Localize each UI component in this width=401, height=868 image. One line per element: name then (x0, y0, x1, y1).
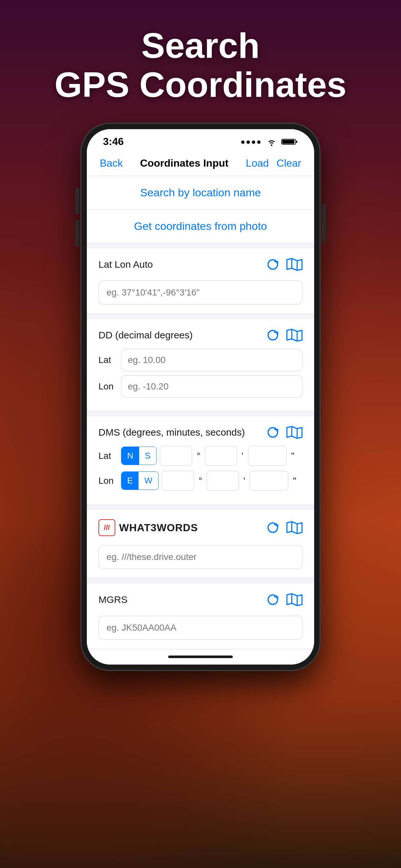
dd-section: DD (decimal degrees) La (87, 319, 314, 411)
status-bar: 3:46 ●●●● (87, 129, 314, 151)
phone-screen: 3:46 ●●●● Back Coordinates Input (87, 129, 314, 664)
dms-lon-second-symbol: " (291, 476, 297, 486)
dms-lon-row: Lon E W ° ' " (98, 471, 303, 491)
back-button[interactable]: Back (100, 157, 123, 169)
dms-lat-toggle[interactable]: N S (121, 446, 157, 465)
dms-lon-degree-symbol: ° (197, 476, 204, 486)
load-button[interactable]: Load (246, 157, 269, 169)
lat-lon-auto-label: Lat Lon Auto (98, 259, 153, 270)
dms-lat-north-button[interactable]: N (121, 447, 139, 465)
dd-label: DD (decimal degrees) (98, 330, 193, 341)
home-bar (168, 655, 233, 658)
w3w-brand-text: WHAT3WORDS (119, 522, 198, 534)
dd-refresh-icon[interactable] (266, 328, 280, 342)
dms-lat-minute-input[interactable] (205, 446, 237, 466)
dd-lat-row: Lat (98, 349, 303, 371)
lat-lon-auto-header: Lat Lon Auto (98, 257, 303, 272)
lat-lon-auto-section: Lat Lon Auto (87, 248, 314, 314)
w3w-icons (266, 521, 303, 535)
dms-map-icon[interactable] (286, 425, 303, 439)
search-by-location-button[interactable]: Search by location name (87, 176, 314, 210)
mgrs-label: MGRS (98, 594, 127, 605)
dd-lat-label: Lat (98, 355, 121, 365)
dms-lat-second-symbol: " (290, 451, 296, 461)
separator-1 (87, 243, 314, 248)
mgrs-input[interactable] (98, 616, 303, 640)
dd-lat-input[interactable] (121, 349, 303, 371)
mgrs-section: MGRS (87, 584, 314, 649)
dms-lat-minute-symbol: ' (240, 451, 244, 461)
mgrs-map-icon[interactable] (286, 593, 303, 607)
dd-lon-label: Lon (98, 381, 121, 392)
dms-lat-second-input[interactable] (248, 446, 287, 466)
home-indicator (87, 649, 314, 664)
dms-lon-label: Lon (98, 476, 118, 486)
lat-lon-auto-icons (266, 257, 303, 272)
svg-marker-12 (287, 522, 302, 534)
dms-lon-second-input[interactable] (250, 471, 288, 491)
separator-3 (87, 411, 314, 416)
w3w-section: /// WHAT3WORDS (87, 510, 314, 578)
w3w-header: /// WHAT3WORDS (98, 519, 303, 536)
dd-lon-row: Lon (98, 375, 303, 398)
dms-refresh-icon[interactable] (266, 425, 280, 439)
separator-4 (87, 505, 314, 510)
w3w-input[interactable] (98, 545, 303, 569)
dms-lat-south-button[interactable]: S (139, 447, 156, 465)
w3w-brand-icon: /// (98, 519, 115, 536)
svg-marker-15 (287, 594, 302, 606)
status-icons: ●●●● (241, 137, 298, 146)
battery-icon (281, 137, 298, 146)
power-button[interactable] (322, 204, 326, 243)
nav-actions: Load Clear (246, 157, 301, 169)
dms-icons (266, 425, 303, 439)
page-title-line2: GPS Coordinates (55, 65, 347, 104)
dms-lon-toggle[interactable]: E W (121, 471, 158, 490)
svg-marker-6 (287, 330, 302, 341)
dd-icons (266, 328, 303, 342)
page-title-line1: Search (55, 26, 347, 65)
dms-header: DMS (degrees, minutes, seconds) (98, 425, 303, 439)
status-time: 3:46 (103, 135, 124, 148)
dd-map-icon[interactable] (286, 328, 303, 342)
mgrs-icons (266, 593, 303, 607)
w3w-map-icon[interactable] (286, 521, 303, 535)
nav-title: Coordinates Input (140, 157, 228, 169)
dms-lon-degree-input[interactable] (162, 471, 194, 491)
phone-frame: 3:46 ●●●● Back Coordinates Input (81, 123, 320, 671)
dms-label: DMS (degrees, minutes, seconds) (98, 427, 245, 438)
dd-lon-input[interactable] (121, 375, 303, 398)
svg-rect-1 (282, 140, 295, 144)
lat-lon-auto-refresh-icon[interactable] (266, 257, 280, 272)
w3w-logo: /// WHAT3WORDS (98, 519, 198, 536)
lat-lon-auto-map-icon[interactable] (286, 257, 303, 272)
w3w-refresh-icon[interactable] (266, 521, 280, 535)
lat-lon-auto-input[interactable] (98, 281, 303, 305)
volume-down-button[interactable] (75, 220, 79, 246)
dd-header: DD (decimal degrees) (98, 328, 303, 342)
dms-lon-west-button[interactable]: W (138, 472, 158, 490)
clear-button[interactable]: Clear (277, 157, 301, 169)
mgrs-refresh-icon[interactable] (266, 593, 280, 607)
phone-container: 3:46 ●●●● Back Coordinates Input (74, 123, 327, 671)
signal-icon: ●●●● (241, 137, 262, 146)
dms-lat-degree-input[interactable] (160, 446, 192, 466)
dms-lat-row: Lat N S ° ' " (98, 446, 303, 466)
separator-5 (87, 578, 314, 584)
get-from-photo-button[interactable]: Get coordinates from photo (87, 210, 314, 243)
svg-rect-2 (296, 141, 297, 143)
mgrs-header: MGRS (98, 593, 303, 607)
dms-lon-east-button[interactable]: E (121, 472, 138, 490)
svg-marker-3 (287, 259, 302, 271)
svg-marker-9 (287, 427, 302, 438)
nav-bar: Back Coordinates Input Load Clear (87, 151, 314, 176)
dms-section: DMS (degrees, minutes, seconds) (87, 416, 314, 505)
dms-lon-minute-symbol: ' (242, 476, 246, 486)
wifi-icon (266, 137, 277, 146)
dms-lat-degree-symbol: ° (195, 451, 202, 461)
dms-lat-label: Lat (98, 451, 118, 461)
title-section: Search GPS Coordinates (55, 0, 347, 104)
separator-2 (87, 314, 314, 319)
volume-up-button[interactable] (75, 188, 79, 214)
dms-lon-minute-input[interactable] (207, 471, 239, 491)
